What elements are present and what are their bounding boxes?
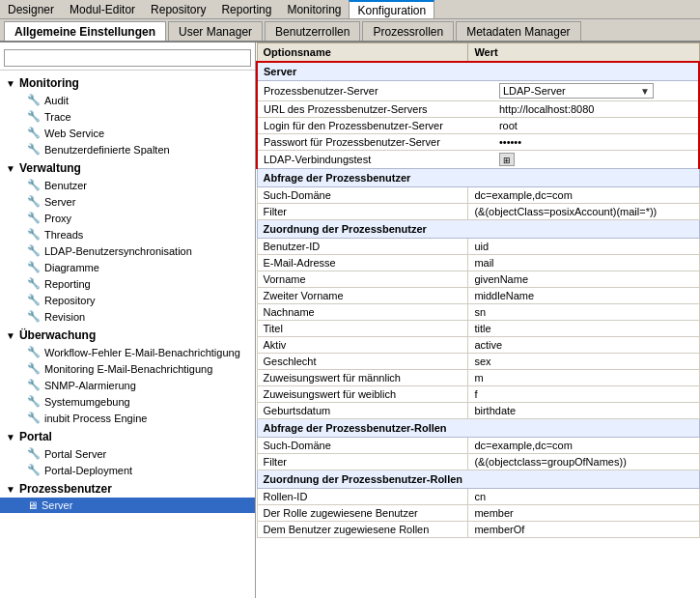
sidebar-item-revision[interactable]: 🔧Revision (0, 308, 255, 325)
sidebar-item-portal-deployment[interactable]: 🔧Portal-Deployment (0, 462, 255, 478)
sidebar-item-diagramme[interactable]: 🔧Diagramme (0, 259, 255, 275)
row-rollen-id: Rollen-ID cn (257, 489, 699, 505)
sidebar-item-trace[interactable]: 🔧Trace (0, 108, 255, 125)
section-abfrage-rollen: Abfrage der Prozessbenutzer-Rollen (257, 419, 699, 438)
item-icon: 🔧 (27, 110, 41, 123)
section-abfrage-prozessbenutzer: Abfrage der Prozessbenutzer (257, 169, 699, 187)
menu-bar: Designer Modul-Editor Repository Reporti… (0, 0, 700, 19)
sidebar-item-proxy[interactable]: 🔧Proxy (0, 210, 255, 226)
data-table: Optionsname Wert Server Prozessbenutzer-… (256, 43, 700, 538)
section-zuordnung-prozessbenutzer: Zuordnung der Prozessbenutzer (257, 220, 699, 239)
sidebar-item-systemumgebung[interactable]: 🔧Systemumgebung (0, 393, 255, 410)
ldap-test-button[interactable]: ⊞ (499, 153, 515, 166)
menu-designer[interactable]: Designer (0, 0, 62, 18)
item-icon: 🔧 (27, 212, 41, 224)
sidebar-item-ldap-sync[interactable]: 🔧LDAP-Benutzersynchronisation (0, 242, 255, 259)
row-nachname: Nachname sn (257, 304, 699, 321)
item-icon: 🔧 (27, 294, 41, 306)
group-label-verwaltung: Verwaltung (19, 161, 81, 175)
row-such-domaene-1: Such-Domäne dc=example,dc=com (257, 187, 699, 204)
item-icon: 🔧 (27, 261, 41, 273)
prozessbenutzer-server-dropdown[interactable]: LDAP-Server ▼ (499, 83, 654, 99)
tab-user-manager[interactable]: User Manager (168, 21, 263, 41)
arrow-ueberwachung: ▼ (6, 330, 15, 341)
sidebar-item-portal-server[interactable]: 🔧Portal Server (0, 445, 255, 462)
menu-modul-editor[interactable]: Modul-Editor (62, 0, 143, 18)
row-filter-2: Filter (&(objectclass=groupOfNames)) (257, 454, 699, 470)
row-vorname: Vorname givenName (257, 271, 699, 288)
tab-bar: Allgemeine Einstellungen User Manager Be… (0, 19, 700, 43)
sidebar-item-audit[interactable]: 🔧Audit (0, 92, 255, 108)
search-input[interactable] (4, 49, 251, 67)
sidebar-item-monitoring-mail[interactable]: 🔧Monitoring E-Mail-Benachrichtigung (0, 360, 255, 377)
item-icon: 🔧 (27, 94, 41, 106)
sidebar-item-server[interactable]: 🔧Server (0, 193, 255, 210)
item-icon: 🔧 (27, 412, 41, 424)
item-icon: 🔧 (27, 464, 41, 476)
group-header-prozessbenutzer[interactable]: ▼ Prozessbenutzer (0, 480, 255, 498)
row-geburtsdatum: Geburtsdatum birthdate (257, 403, 699, 419)
arrow-portal: ▼ (6, 432, 15, 442)
row-benutzer-rollen: Dem Benutzer zugewiesene Rollen memberOf (257, 522, 699, 538)
sidebar-item-workflow-fehler[interactable]: 🔧Workflow-Fehler E-Mail-Benachrichtigung (0, 344, 255, 360)
sidebar-item-threads[interactable]: 🔧Threads (0, 226, 255, 242)
item-icon: 🔧 (27, 362, 41, 375)
row-titel: Titel title (257, 321, 699, 337)
group-monitoring: ▼ Monitoring 🔧Audit 🔧Trace 🔧Web Service … (0, 74, 255, 157)
menu-monitoring[interactable]: Monitoring (279, 0, 349, 18)
item-icon: 🔧 (27, 228, 41, 241)
group-label-monitoring: Monitoring (19, 76, 79, 90)
group-header-verwaltung[interactable]: ▼ Verwaltung (0, 159, 255, 177)
row-ldap-test: LDAP-Verbindungstest ⊞ (258, 151, 698, 169)
arrow-monitoring: ▼ (6, 78, 15, 89)
row-geschlecht: Geschlecht sex (257, 354, 699, 370)
row-benutzer-id: Benutzer-ID uid (257, 239, 699, 255)
row-rolle-benutzer: Der Rolle zugewiesene Benutzer member (257, 505, 699, 522)
row-email: E-Mail-Adresse mail (257, 255, 699, 271)
search-box (0, 46, 255, 71)
tab-metadaten-manager[interactable]: Metadaten Manager (456, 21, 580, 41)
menu-reporting[interactable]: Reporting (213, 0, 279, 18)
menu-repository[interactable]: Repository (143, 0, 213, 18)
tab-prozessrollen[interactable]: Prozessrollen (362, 21, 454, 41)
item-icon: 🔧 (27, 346, 41, 358)
dropdown-arrow: ▼ (640, 86, 650, 97)
sidebar-item-reporting[interactable]: 🔧Reporting (0, 275, 255, 292)
menu-konfiguration[interactable]: Konfiguration (349, 0, 434, 18)
group-header-ueberwachung[interactable]: ▼ Überwachung (0, 327, 255, 344)
right-panel: Optionsname Wert Server Prozessbenutzer-… (256, 43, 700, 598)
row-aktiv: Aktiv active (257, 337, 699, 354)
item-icon: 🔧 (27, 379, 41, 391)
group-label-prozessbenutzer: Prozessbenutzer (19, 482, 112, 496)
item-icon: 🔧 (27, 447, 41, 460)
sidebar-item-repository[interactable]: 🔧Repository (0, 292, 255, 308)
group-header-monitoring[interactable]: ▼ Monitoring (0, 74, 255, 92)
col-optionsname: Optionsname (257, 43, 468, 63)
group-prozessbenutzer: ▼ Prozessbenutzer 🖥 Server (0, 480, 255, 513)
sidebar-item-benutzer[interactable]: 🔧Benutzer (0, 177, 255, 193)
sidebar-item-webservice[interactable]: 🔧Web Service (0, 125, 255, 141)
group-portal: ▼ Portal 🔧Portal Server 🔧Portal-Deployme… (0, 428, 255, 478)
item-icon: 🔧 (27, 277, 41, 290)
group-verwaltung: ▼ Verwaltung 🔧Benutzer 🔧Server 🔧Proxy 🔧T… (0, 159, 255, 325)
tab-allgemeine-einstellungen[interactable]: Allgemeine Einstellungen (4, 21, 166, 41)
group-label-ueberwachung: Überwachung (19, 328, 96, 342)
arrow-prozessbenutzer: ▼ (6, 484, 15, 495)
item-icon: 🔧 (27, 179, 41, 191)
sidebar-item-benutzerdefinierte[interactable]: 🔧Benutzerdefinierte Spalten (0, 141, 255, 157)
group-label-portal: Portal (19, 430, 52, 443)
row-such-domaene-2: Such-Domäne dc=example,dc=com (257, 438, 699, 454)
row-zweiter-vorname: Zweiter Vorname middleName (257, 288, 699, 304)
group-header-portal[interactable]: ▼ Portal (0, 428, 255, 445)
row-weiblich: Zuweisungswert für weiblich f (257, 386, 699, 403)
row-maennlich: Zuweisungswert für männlich m (257, 370, 699, 386)
section-zuordnung-rollen: Zuordnung der Prozessbenutzer-Rollen (257, 470, 699, 489)
tab-benutzerrollen[interactable]: Benutzerrollen (265, 21, 360, 41)
item-icon: 🔧 (27, 143, 41, 156)
arrow-verwaltung: ▼ (6, 163, 15, 174)
server-section-header-row: Server Prozessbenutzer-Server LDAP-Serve… (257, 62, 699, 169)
sidebar-item-prozessbenutzer-server[interactable]: 🖥 Server (0, 498, 255, 513)
sidebar-item-snmp[interactable]: 🔧SNMP-Alarmierung (0, 377, 255, 393)
item-icon: 🔧 (27, 244, 41, 257)
sidebar-item-inubit[interactable]: 🔧inubit Process Engine (0, 410, 255, 426)
